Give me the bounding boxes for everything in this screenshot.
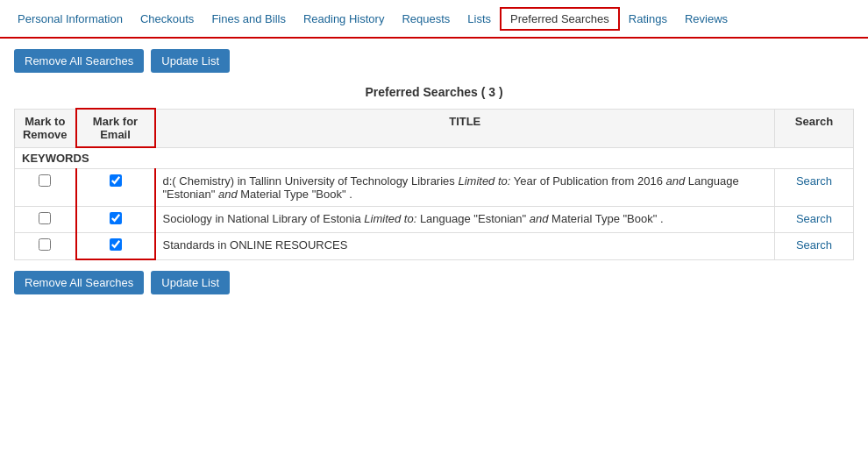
mark-remove-checkbox[interactable]	[39, 174, 51, 187]
mark-remove-checkbox[interactable]	[39, 212, 51, 224]
preferred-searches-table: Mark to Remove Mark for Email TITLE Sear…	[14, 108, 854, 260]
mark-remove-checkbox[interactable]	[39, 238, 51, 251]
table-row: d:( Chemistry) in Tallinn University of …	[15, 169, 854, 207]
col-header-mark-email: Mark for Email	[76, 109, 155, 147]
search-link[interactable]: Search	[796, 174, 832, 188]
title-cell: Sociology in National Library of Estonia…	[155, 207, 775, 233]
bottom-button-row: Remove All Searches Update List	[14, 271, 854, 294]
nav-item-reviews[interactable]: Reviews	[676, 12, 736, 25]
update-list-button-top[interactable]: Update List	[151, 49, 230, 73]
nav-item-fines-and-bills[interactable]: Fines and Bills	[203, 12, 295, 25]
mark-email-checkbox[interactable]	[110, 238, 122, 251]
nav-item-requests[interactable]: Requests	[393, 12, 459, 25]
mark-email-checkbox[interactable]	[110, 174, 122, 187]
mark-email-cell	[76, 207, 155, 233]
search-link[interactable]: Search	[796, 212, 832, 225]
top-button-row: Remove All Searches Update List	[14, 49, 854, 73]
remove-all-searches-button-top[interactable]: Remove All Searches	[14, 49, 144, 73]
nav-item-checkouts[interactable]: Checkouts	[132, 12, 203, 25]
col-header-search: Search	[775, 109, 854, 147]
table-row: Standards in ONLINE RESOURCESSearch	[15, 233, 854, 260]
nav-item-preferred-searches[interactable]: Preferred Searches	[500, 7, 620, 31]
nav-item-lists[interactable]: Lists	[459, 12, 500, 25]
keywords-label: KEYWORDS	[15, 147, 854, 169]
mark-remove-cell	[15, 233, 76, 260]
page-title: Preferred Searches ( 3 )	[14, 85, 854, 99]
update-list-button-bottom[interactable]: Update List	[151, 271, 230, 294]
nav-item-reading-history[interactable]: Reading History	[295, 12, 394, 25]
mark-remove-cell	[15, 169, 76, 207]
top-navigation: Personal InformationCheckoutsFines and B…	[0, 0, 868, 39]
main-content: Remove All Searches Update List Preferre…	[0, 39, 868, 305]
keywords-row: KEYWORDS	[15, 147, 854, 169]
title-cell: Standards in ONLINE RESOURCES	[155, 233, 775, 260]
remove-all-searches-button-bottom[interactable]: Remove All Searches	[14, 271, 144, 294]
title-cell: d:( Chemistry) in Tallinn University of …	[155, 169, 775, 207]
table-row: Sociology in National Library of Estonia…	[15, 207, 854, 233]
mark-email-cell	[76, 169, 155, 207]
search-cell: Search	[775, 207, 854, 233]
mark-email-cell	[76, 233, 155, 260]
search-cell: Search	[775, 169, 854, 207]
search-link[interactable]: Search	[796, 238, 832, 252]
search-cell: Search	[775, 233, 854, 260]
mark-email-checkbox[interactable]	[110, 212, 122, 224]
col-header-mark-remove: Mark to Remove	[15, 109, 76, 147]
nav-item-personal-information[interactable]: Personal Information	[9, 12, 132, 25]
mark-remove-cell	[15, 207, 76, 233]
nav-item-ratings[interactable]: Ratings	[620, 12, 676, 25]
col-header-title: TITLE	[155, 109, 775, 147]
